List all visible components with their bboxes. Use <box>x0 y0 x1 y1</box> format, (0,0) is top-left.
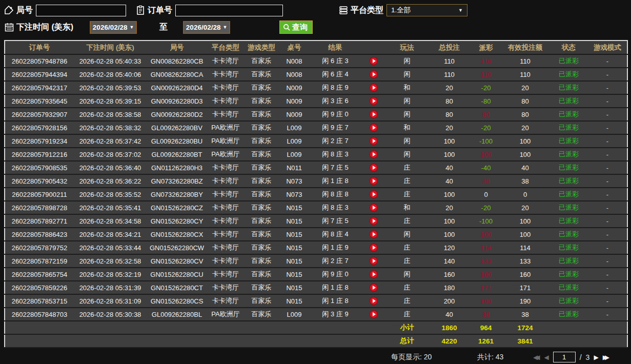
page-size-text: 每页显示: 20 <box>391 353 432 362</box>
cell-order-id: 260228057905432 <box>5 174 74 188</box>
cell-round-id: GL009262280BV <box>147 121 207 134</box>
cell-platform: 卡卡湾厅 <box>207 108 244 121</box>
query-button-label: 查询 <box>292 23 308 32</box>
col-order-id: 订单号 <box>5 41 74 54</box>
play-video-icon[interactable] <box>370 204 378 212</box>
cell-platform: 卡卡湾厅 <box>207 188 244 201</box>
cell-game-type: 百家乐 <box>244 268 279 281</box>
cell-status: 已派彩 <box>549 254 588 268</box>
cell-bet-type: 庄 <box>386 294 428 308</box>
cell-result: 闲 8 庄 4 <box>310 228 361 241</box>
cell-valid-bet: 40 <box>501 161 549 174</box>
cell-round-id: GL009262280BU <box>147 134 207 148</box>
page-number-input[interactable] <box>553 352 576 362</box>
cell-play <box>361 281 386 294</box>
play-video-icon[interactable] <box>370 57 378 65</box>
play-video-icon[interactable] <box>370 217 378 225</box>
col-video <box>361 41 386 54</box>
cell-game-type: 百家乐 <box>244 188 279 201</box>
cell-round-id: GN015262280CT <box>147 281 207 294</box>
round-id-input[interactable] <box>36 5 126 16</box>
cell-payout: 38 <box>471 174 501 188</box>
play-video-icon[interactable] <box>370 110 378 118</box>
cell-result: 闲 3 庄 9 <box>310 308 361 321</box>
date-to-picker[interactable]: 2026/02/28 ▼ <box>183 21 230 34</box>
table-row: 2602280579122162026-02-28 05:37:02GL0092… <box>5 148 627 161</box>
cell-bet-time: 2026-02-28 05:34:21 <box>74 228 147 241</box>
cell-play <box>361 68 386 81</box>
date-to-value: 2026/02/28 <box>186 24 221 31</box>
cell-order-id: 260228057872159 <box>5 254 74 268</box>
first-page-button[interactable]: ◀◀ <box>533 354 540 361</box>
play-video-icon[interactable] <box>370 84 378 92</box>
cell-bet-type: 闲 <box>386 228 428 241</box>
subtotal-row: 小计 1860 964 1724 <box>5 321 627 334</box>
cell-game-mode: - <box>588 174 627 188</box>
play-video-icon[interactable] <box>370 150 378 158</box>
play-video-icon[interactable] <box>370 284 378 292</box>
platform-selected-value: 1.全部 <box>391 6 411 15</box>
platform-select[interactable]: 1.全部 ▼ <box>386 4 467 16</box>
play-video-icon[interactable] <box>370 124 378 132</box>
cell-play <box>361 134 386 148</box>
prev-page-button[interactable]: ◀ <box>544 354 548 361</box>
cell-round-id: GN073262280BY <box>147 188 207 201</box>
cell-bet-time: 2026-02-28 05:40:33 <box>74 54 147 68</box>
cell-bet-time: 2026-02-28 05:38:32 <box>74 121 147 134</box>
cell-total-bet: 100 <box>428 148 471 161</box>
order-id-input[interactable] <box>175 5 283 16</box>
cell-total-bet: 80 <box>428 108 471 121</box>
cell-game-mode: - <box>588 81 627 94</box>
query-button[interactable]: 查询 <box>279 21 313 34</box>
cell-payout: -20 <box>471 121 501 134</box>
play-video-icon[interactable] <box>370 297 378 305</box>
cell-bet-time: 2026-02-28 05:39:53 <box>74 81 147 94</box>
play-video-icon[interactable] <box>370 190 378 198</box>
cell-bet-type: 闲 <box>386 54 428 68</box>
cell-bet-time: 2026-02-28 05:31:39 <box>74 281 147 294</box>
total-payout: 1261 <box>471 334 501 348</box>
cell-total-bet: 110 <box>428 68 471 81</box>
cell-total-bet: 160 <box>428 268 471 281</box>
cell-game-type: 百家乐 <box>244 54 279 68</box>
cell-total-bet: 20 <box>428 81 471 94</box>
orders-table: 订单号 下注时间 (美东) 局号 平台类型 游戏类型 桌号 结果 玩法 总投注 … <box>4 40 628 348</box>
play-video-icon[interactable] <box>370 230 378 238</box>
cell-valid-bet: 110 <box>501 54 549 68</box>
cell-platform: 卡卡湾厅 <box>207 201 244 214</box>
cell-result: 闲 2 庄 7 <box>310 134 361 148</box>
cell-play <box>361 254 386 268</box>
play-video-icon[interactable] <box>370 137 378 145</box>
play-video-icon[interactable] <box>370 270 378 278</box>
cell-game-mode: - <box>588 68 627 81</box>
play-video-icon[interactable] <box>370 244 378 252</box>
play-video-icon[interactable] <box>370 177 378 185</box>
cell-payout: 190 <box>471 294 501 308</box>
cell-total-bet: 100 <box>428 188 471 201</box>
col-game-type: 游戏类型 <box>244 41 279 54</box>
cell-table-no: N015 <box>279 268 310 281</box>
cell-bet-type: 闲 <box>386 268 428 281</box>
cell-result: 闲 2 庄 7 <box>310 254 361 268</box>
play-video-icon[interactable] <box>370 257 378 265</box>
play-video-icon[interactable] <box>370 310 378 318</box>
cell-game-mode: - <box>588 188 627 201</box>
next-page-button[interactable]: ▶ <box>594 354 598 361</box>
cell-bet-time: 2026-02-28 05:35:52 <box>74 188 147 201</box>
cell-status: 已派彩 <box>549 201 588 214</box>
cell-valid-bet: 133 <box>501 254 549 268</box>
table-row: 2602280578537152026-02-28 05:31:09GN0152… <box>5 294 627 308</box>
cell-result: 闲 6 庄 4 <box>310 68 361 81</box>
cell-game-type: 百家乐 <box>244 134 279 148</box>
cell-table-no: N073 <box>279 174 310 188</box>
cell-game-mode: - <box>588 108 627 121</box>
play-video-icon[interactable] <box>370 97 378 105</box>
last-page-button[interactable]: ▶▶ <box>603 354 609 361</box>
cell-payout: 110 <box>471 54 501 68</box>
chevron-down-icon: ▼ <box>129 25 134 30</box>
col-payout: 派彩 <box>471 41 501 54</box>
play-video-icon[interactable] <box>370 70 378 78</box>
play-video-icon[interactable] <box>370 164 378 172</box>
date-from-picker[interactable]: 2026/02/28 ▼ <box>90 21 137 34</box>
cell-bet-type: 和 <box>386 81 428 94</box>
